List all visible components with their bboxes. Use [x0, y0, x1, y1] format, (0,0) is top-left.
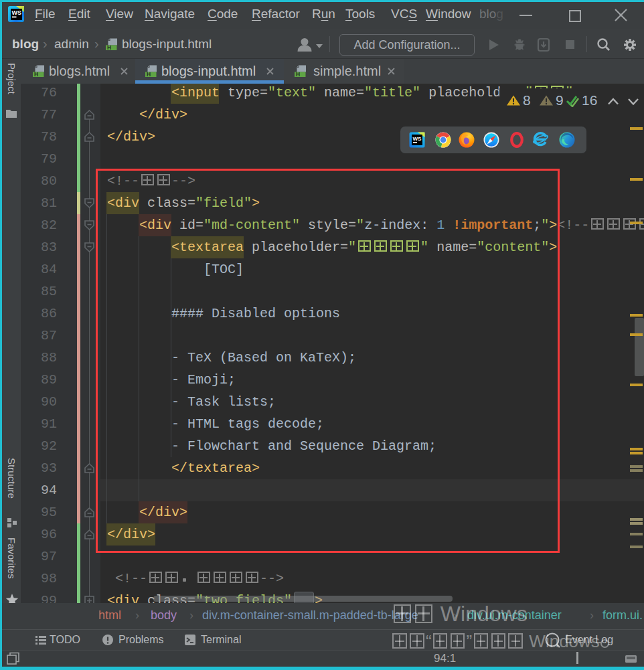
svg-text:WS: WS [12, 9, 22, 16]
svg-text:H: H [107, 44, 111, 51]
svg-text:H: H [34, 71, 38, 78]
svg-text:WS: WS [413, 136, 422, 142]
svg-text:H: H [147, 71, 151, 78]
svg-text:H: H [296, 71, 300, 78]
